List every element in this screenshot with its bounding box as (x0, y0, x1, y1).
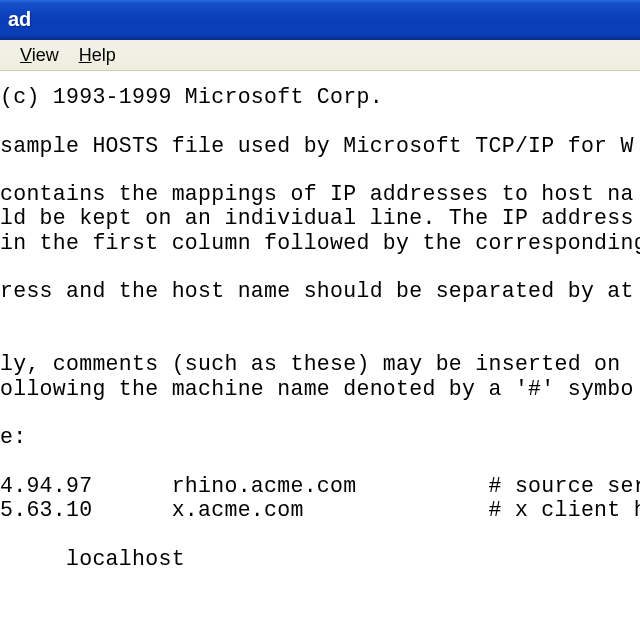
window-title: ad (8, 8, 31, 31)
menubar: View Help (0, 40, 640, 71)
menu-help-mnemonic: H (79, 45, 92, 65)
text-editor[interactable]: (c) 1993-1999 Microsoft Corp. sample HOS… (0, 71, 640, 575)
menu-view[interactable]: View (10, 43, 69, 68)
titlebar[interactable]: ad (0, 0, 640, 40)
menu-help[interactable]: Help (69, 43, 126, 68)
menu-view-label: iew (32, 45, 59, 65)
menu-view-mnemonic: V (20, 45, 32, 65)
menu-help-label: elp (92, 45, 116, 65)
